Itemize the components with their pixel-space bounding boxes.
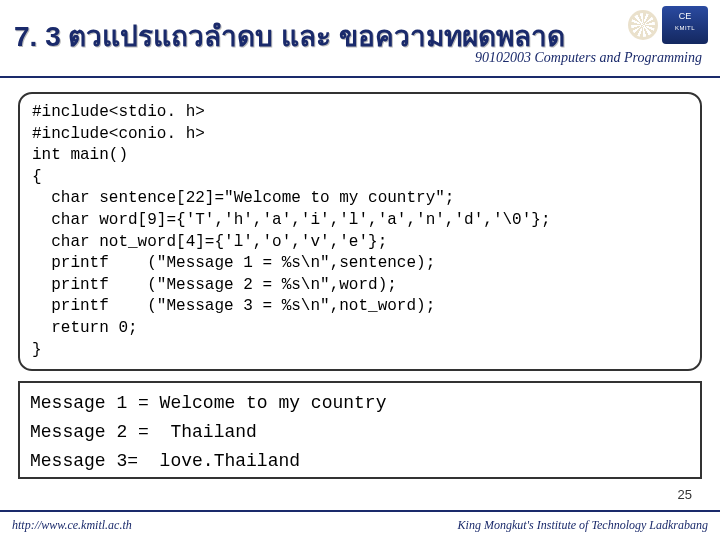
logo-text-top: CE [662, 10, 708, 22]
program-output-box: Message 1 = Welcome to my country Messag… [18, 381, 702, 479]
course-subtitle: 90102003 Computers and Programming [475, 50, 702, 66]
gear-icon [628, 10, 658, 40]
kmitl-logo: CE KMITL [662, 6, 708, 44]
footer-institution: King Mongkut's Institute of Technology L… [458, 518, 708, 533]
footer-url: http://www.ce.kmitl.ac.th [12, 518, 132, 533]
slide-footer: http://www.ce.kmitl.ac.th King Mongkut's… [0, 510, 720, 540]
slide-header: 7. 3 ตวแปรแถวลำดบ และ ขอความทผดพลาด CE K… [0, 0, 720, 78]
source-code-box: #include<stdio. h> #include<conio. h> in… [18, 92, 702, 371]
logo-text-sub: KMITL [662, 22, 708, 34]
page-number: 25 [678, 487, 692, 502]
